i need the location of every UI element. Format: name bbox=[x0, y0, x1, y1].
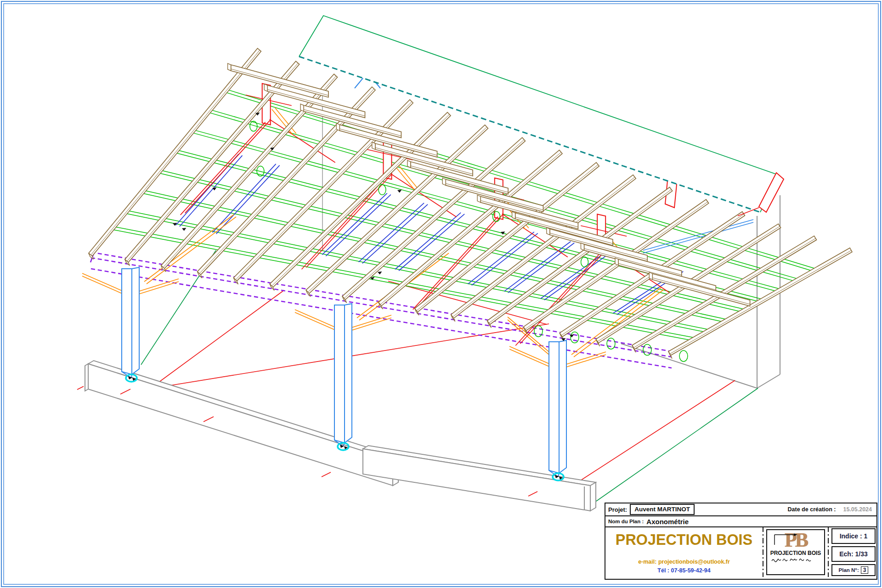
plan-number-label: Plan N°: bbox=[839, 567, 859, 573]
plan-name-value: Axonométrie bbox=[646, 518, 689, 526]
plan-sheet: Projet: Auvent MARTINOT Date de création… bbox=[0, 0, 882, 588]
rafter bbox=[668, 248, 852, 359]
rafter bbox=[198, 87, 376, 278]
dash-dot-divider-top bbox=[763, 526, 829, 527]
creation-date-label: Date de création : bbox=[788, 506, 836, 513]
post bbox=[122, 267, 139, 382]
project-label: Projet: bbox=[608, 506, 627, 513]
dash-dot-divider-right bbox=[828, 526, 829, 577]
title-block: Projet: Auvent MARTINOT Date de création… bbox=[605, 503, 877, 580]
company-name: PROJECTION BOIS bbox=[607, 531, 761, 548]
logo-axis-arrows-icon bbox=[774, 533, 799, 547]
scale-cell: Ech: 1/33 bbox=[831, 546, 876, 562]
plan-number-value: 3 bbox=[861, 566, 869, 574]
company-email: e-mail: projectionbois@outlook.fr bbox=[605, 559, 763, 565]
title-block-project-row: Projet: Auvent MARTINOT Date de création… bbox=[605, 503, 876, 516]
title-block-main: PROJECTION BOIS e-mail: projectionbois@o… bbox=[605, 527, 876, 577]
plan-number-cell: Plan N°: 3 bbox=[831, 564, 876, 576]
post bbox=[549, 340, 566, 481]
creation-date-value: 15.05.2024 bbox=[843, 506, 872, 513]
rafter bbox=[161, 74, 338, 271]
title-block-plan-name-row: Nom du Plan : Axonométrie bbox=[605, 516, 876, 527]
bolt-mark bbox=[182, 226, 187, 231]
project-value: Auvent MARTINOT bbox=[630, 504, 695, 515]
logo-company-name: PROJECTION BOIS bbox=[767, 550, 824, 556]
plan-name-label: Nom du Plan : bbox=[608, 519, 644, 524]
logo-tagline-script bbox=[770, 556, 821, 564]
indice-cell: Indice : 1 bbox=[831, 528, 876, 544]
company-phone: Tél : 07-85-59-42-94 bbox=[605, 567, 763, 574]
purple-eave-plate bbox=[90, 252, 672, 368]
post bbox=[334, 304, 352, 450]
rafter bbox=[270, 113, 451, 291]
company-logo: PB PROJECTION BOIS bbox=[766, 529, 825, 575]
dash-dot-divider-left bbox=[763, 526, 763, 577]
revision-panel: Indice : 1 Ech: 1/33 Plan N°: 3 bbox=[831, 527, 876, 577]
company-panel: PROJECTION BOIS e-mail: projectionbois@o… bbox=[605, 527, 763, 577]
axonometric-drawing bbox=[0, 0, 882, 588]
rafter bbox=[89, 48, 261, 259]
